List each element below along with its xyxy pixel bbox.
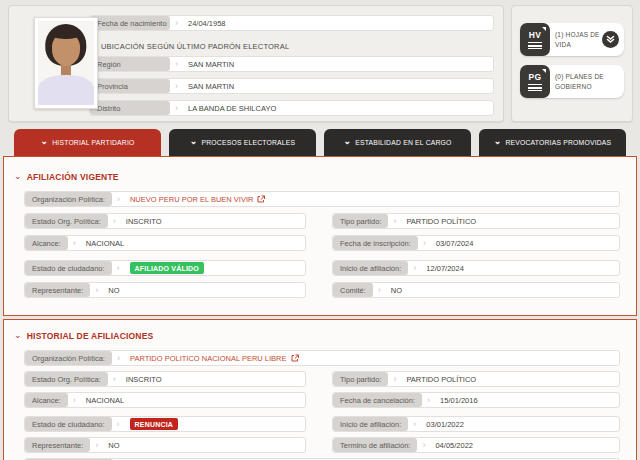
hv-expand-chevron-button[interactable] bbox=[602, 31, 619, 48]
organizacion-politica-label: Organización Política: bbox=[25, 351, 112, 365]
location-section-header: UBICACIÓN SEGÚN ÚLTIMO PADRÓN ELECTORAL bbox=[90, 41, 494, 51]
field-arrow-icon: › bbox=[175, 60, 178, 69]
field-estado-org-politica: Estado Org. Política: ›INSCRITO bbox=[24, 371, 306, 387]
field-arrow-icon: › bbox=[95, 441, 98, 450]
tab-revocatorias-promovidas[interactable]: ⌄ REVOCATORIAS PROMOVIDAS bbox=[479, 129, 626, 156]
fecha-inscripcion-value: 03/07/2024 bbox=[436, 239, 474, 248]
field-region: Región ›SAN MARTIN bbox=[89, 56, 494, 72]
chevron-down-icon: ⌄ bbox=[14, 330, 22, 340]
field-fecha-cancelacion: Fecha de cancelación: ›15/01/2016 bbox=[332, 392, 620, 408]
field-arrow-icon: › bbox=[117, 354, 120, 363]
organization-link[interactable]: NUEVO PERU POR EL BUEN VIVIR bbox=[130, 195, 266, 204]
province-value: SAN MARTIN bbox=[188, 82, 234, 91]
field-termino-afiliacion: Termino de afiliación: ›04/05/2022 bbox=[332, 437, 620, 453]
field-arrow-icon: › bbox=[422, 441, 425, 450]
tab-historial-partidario[interactable]: ⌄ HISTORIAL PARTIDARIO bbox=[14, 129, 161, 156]
tab-label: REVOCATORIAS PROMOVIDAS bbox=[505, 139, 611, 146]
comite-value: NO bbox=[391, 286, 402, 295]
estado-org-value: INSCRITO bbox=[126, 375, 162, 384]
termino-afiliacion-value: 04/05/2022 bbox=[435, 441, 473, 450]
representante-value: NO bbox=[108, 286, 119, 295]
estado-org-label: Estado Org. Política: bbox=[25, 372, 108, 386]
field-arrow-icon: › bbox=[175, 104, 178, 113]
organizacion-politica-label: Organización Política: bbox=[25, 192, 112, 206]
chevron-down-icon: ⌄ bbox=[40, 136, 48, 146]
tab-procesos-electorales[interactable]: ⌄ PROCESOS ELECTORALES bbox=[169, 129, 316, 156]
representante-value: NO bbox=[108, 441, 119, 450]
section-tabs: ⌄ HISTORIAL PARTIDARIO ⌄ PROCESOS ELECTO… bbox=[0, 129, 640, 156]
tipo-partido-value: PARTIDO POLÍTICO bbox=[406, 375, 476, 384]
region-value: SAN MARTIN bbox=[188, 60, 234, 69]
field-arrow-icon: › bbox=[175, 19, 178, 28]
field-arrow-icon: › bbox=[117, 195, 120, 204]
field-estado-org-politica: Estado Org. Política: ›INSCRITO bbox=[24, 213, 306, 229]
field-estado-ciudadano: Estado de ciudadano: ›AFILIADO VÁLIDO bbox=[24, 260, 306, 276]
field-district: Distrito ›LA BANDA DE SHILCAYO bbox=[89, 100, 494, 116]
double-chevron-down-icon bbox=[606, 35, 615, 44]
representante-label: Representante: bbox=[25, 438, 90, 452]
region-label: Región bbox=[90, 57, 170, 71]
section-afiliacion-vigente: ⌄ AFILIACIÓN VIGENTE Organización Políti… bbox=[3, 156, 637, 316]
field-representante: Representante: ›NO bbox=[24, 282, 306, 298]
birthdate-value: 24/04/1958 bbox=[188, 19, 226, 28]
candidate-info-panel: Fecha de nacimiento ›24/04/1958 UBICACIÓ… bbox=[8, 5, 504, 122]
fecha-cancelacion-label: Fecha de cancelación: bbox=[333, 393, 422, 407]
chevron-down-icon: ⌄ bbox=[190, 136, 198, 146]
field-arrow-icon: › bbox=[117, 264, 120, 273]
field-province: Provincia ›SAN MARTIN bbox=[89, 78, 494, 94]
tipo-partido-value: PARTIDO POLÍTICO bbox=[406, 217, 476, 226]
field-fecha-inscripcion: Fecha de inscripción: ›03/07/2024 bbox=[332, 235, 620, 251]
chevron-down-icon: ⌄ bbox=[14, 171, 22, 181]
field-tipo-partido: Tipo partido: ›PARTIDO POLÍTICO bbox=[332, 371, 620, 387]
hojas-de-vida-button[interactable]: HV (1) HOJAS DE VIDA bbox=[520, 23, 624, 56]
tab-estabilidad-en-el-cargo[interactable]: ⌄ ESTABILIDAD EN EL CARGO bbox=[324, 129, 471, 156]
historial-afiliaciones-title[interactable]: ⌄ HISTORIAL DE AFILIACIONES bbox=[14, 331, 620, 341]
fecha-cancelacion-value: 15/01/2016 bbox=[440, 396, 478, 405]
status-badge-afiliado-valido: AFILIADO VÁLIDO bbox=[130, 262, 204, 274]
planes-de-gobierno-button[interactable]: PG (0) PLANES DE GOBIERNO bbox=[520, 65, 624, 98]
alcance-label: Alcance: bbox=[25, 236, 68, 250]
province-label: Provincia bbox=[90, 79, 170, 93]
field-arrow-icon: › bbox=[95, 286, 98, 295]
field-inicio-afiliacion: Inicio de afiliación: ›12/07/2024 bbox=[332, 260, 620, 276]
field-arrow-icon: › bbox=[113, 217, 116, 226]
field-arrow-icon: › bbox=[378, 286, 381, 295]
pg-document-icon: PG bbox=[520, 65, 550, 98]
termino-afiliacion-label: Termino de afiliación: bbox=[333, 438, 417, 452]
candidate-photo bbox=[34, 17, 98, 109]
field-organizacion-politica: Organización Política: › NUEVO PERU POR … bbox=[24, 191, 620, 207]
organization-link[interactable]: PARTIDO POLITICO NACIONAL PERU LIBRE bbox=[130, 354, 299, 363]
estado-org-value: INSCRITO bbox=[126, 217, 162, 226]
location-header-text: UBICACIÓN SEGÚN ÚLTIMO PADRÓN ELECTORAL bbox=[101, 42, 289, 51]
field-alcance: Alcance: ›NACIONAL bbox=[24, 392, 306, 408]
hv-document-icon: HV bbox=[520, 23, 550, 56]
field-arrow-icon: › bbox=[73, 239, 76, 248]
field-alcance: Alcance: ›NACIONAL bbox=[24, 235, 306, 251]
field-arrow-icon: › bbox=[413, 264, 416, 273]
candidate-photo-image bbox=[38, 21, 94, 105]
inicio-afiliacion-label: Inicio de afiliación: bbox=[333, 417, 408, 431]
field-tipo-partido: Tipo partido: ›PARTIDO POLÍTICO bbox=[332, 213, 620, 229]
planes-de-gobierno-label: (0) PLANES DE GOBIERNO bbox=[550, 72, 621, 90]
afiliacion-vigente-title[interactable]: ⌄ AFILIACIÓN VIGENTE bbox=[14, 172, 620, 182]
tipo-partido-label: Tipo partido: bbox=[333, 214, 388, 228]
tipo-partido-label: Tipo partido: bbox=[333, 372, 388, 386]
representante-label: Representante: bbox=[25, 283, 90, 297]
hojas-de-vida-label: (1) HOJAS DE VIDA bbox=[550, 30, 602, 48]
hv-icon-text: HV bbox=[529, 30, 541, 40]
external-link-icon bbox=[291, 354, 299, 362]
estado-org-label: Estado Org. Política: bbox=[25, 214, 108, 228]
field-arrow-icon: › bbox=[413, 420, 416, 429]
district-value: LA BANDA DE SHILCAYO bbox=[188, 104, 276, 113]
field-arrow-icon: › bbox=[73, 396, 76, 405]
district-label: Distrito bbox=[90, 101, 170, 115]
section-historial-afiliaciones: ⌄ HISTORIAL DE AFILIACIONES Organización… bbox=[3, 319, 637, 460]
fecha-inscripcion-label: Fecha de inscripción: bbox=[333, 236, 418, 250]
field-organizacion-politica: Organización Política: › PARTIDO POLITIC… bbox=[24, 350, 620, 366]
field-birthdate: Fecha de nacimiento ›24/04/1958 bbox=[89, 15, 494, 31]
inicio-afiliacion-value: 12/07/2024 bbox=[426, 264, 464, 273]
documents-panel: HV (1) HOJAS DE VIDA PG (0) PLANES DE GO… bbox=[511, 5, 633, 122]
field-arrow-icon: › bbox=[427, 396, 430, 405]
comite-label: Comité: bbox=[333, 283, 373, 297]
external-link-icon bbox=[257, 195, 265, 203]
